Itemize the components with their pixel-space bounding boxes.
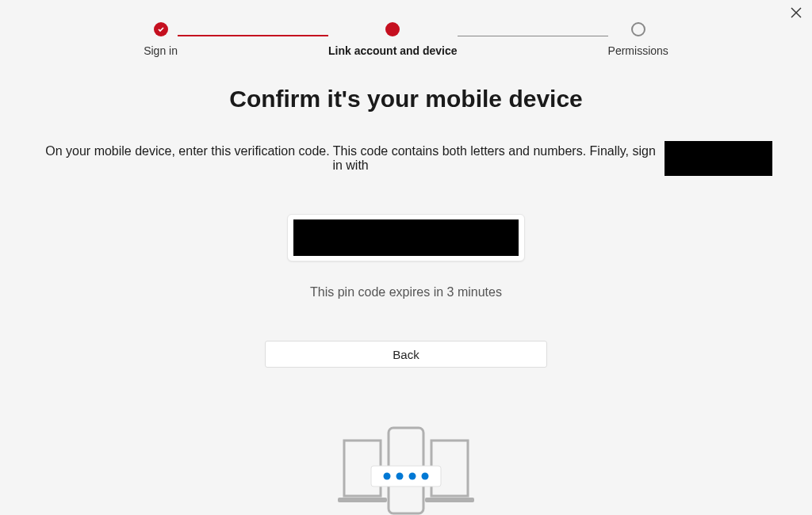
- redacted-account: [665, 141, 772, 176]
- step-link-label: Link account and device: [328, 44, 458, 57]
- verification-code-box: [287, 214, 525, 261]
- instruction-row: On your mobile device, enter this verifi…: [40, 141, 772, 176]
- step-pending-icon: [631, 22, 645, 36]
- devices-illustration: [327, 423, 485, 515]
- instruction-text: On your mobile device, enter this verifi…: [40, 144, 661, 173]
- step-permissions: Permissions: [608, 22, 668, 57]
- close-button[interactable]: [788, 6, 804, 22]
- expiry-text: This pin code expires in 3 minutes: [40, 285, 772, 299]
- devices-icon: [335, 423, 477, 515]
- back-button-label: Back: [393, 348, 419, 361]
- step-connector: [458, 36, 608, 36]
- step-permissions-label: Permissions: [608, 44, 668, 57]
- page-title: Confirm it's your mobile device: [40, 86, 772, 113]
- svg-point-9: [396, 473, 404, 480]
- step-signin: Sign in: [144, 22, 178, 57]
- svg-rect-3: [338, 498, 387, 502]
- step-connector: [178, 35, 328, 36]
- svg-point-10: [409, 473, 416, 480]
- main-content: Confirm it's your mobile device On your …: [0, 86, 812, 515]
- redacted-code: [293, 219, 519, 256]
- step-link: Link account and device: [328, 22, 458, 57]
- step-signin-label: Sign in: [144, 44, 178, 57]
- svg-point-11: [422, 473, 429, 480]
- step-active-icon: [385, 22, 400, 36]
- progress-stepper: Sign in Link account and device Permissi…: [0, 0, 812, 63]
- step-done-icon: [154, 22, 168, 36]
- svg-point-8: [384, 473, 391, 480]
- back-button[interactable]: Back: [265, 341, 547, 368]
- close-icon: [791, 7, 802, 21]
- svg-rect-7: [371, 466, 441, 486]
- svg-rect-5: [425, 498, 474, 502]
